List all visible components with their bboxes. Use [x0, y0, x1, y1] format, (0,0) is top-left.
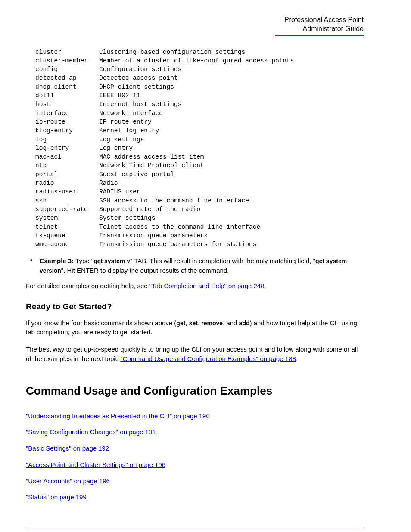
header-rule [275, 35, 364, 36]
ready-paragraph-1: If you know the four basic commands show… [26, 318, 364, 337]
detail-help-line: For detailed examples on getting help, s… [26, 281, 364, 291]
topic-link[interactable]: "Understanding Interfaces as Presented i… [26, 412, 210, 420]
topic-link[interactable]: "Access Point and Cluster Settings" on p… [26, 461, 165, 468]
header-title-line1: Professional Access Point [26, 16, 364, 25]
header-title-line2: Administrator Guide [26, 25, 364, 34]
command-usage-heading: Command Usage and Configuration Examples [26, 384, 364, 398]
example-3-text: Example 3: Type "get system v" TAB. This… [40, 256, 364, 275]
footer-rule [26, 528, 364, 528]
topic-link[interactable]: "Basic Settings" on page 192 [26, 445, 109, 452]
example-3-label: Example 3: [40, 257, 74, 264]
topic-link-list: "Understanding Interfaces as Presented i… [26, 411, 364, 502]
page-header: Professional Access Point Administrator … [26, 16, 364, 34]
topic-link[interactable]: "Status" on page 199 [26, 493, 87, 501]
tab-completion-help-link[interactable]: "Tab Completion and Help" on page 248 [149, 282, 265, 289]
example-3-bullet: • Example 3: Type "get system v" TAB. Th… [30, 256, 364, 275]
cli-class-table: cluster Clustering-based configuration s… [35, 48, 364, 249]
ready-to-get-started-heading: Ready to Get Started? [26, 302, 364, 311]
topic-link[interactable]: "User Accounts" on page 196 [26, 477, 110, 485]
example-3-cmd1: get system v [93, 258, 130, 264]
command-usage-link-inline[interactable]: "Command Usage and Configuration Example… [120, 355, 296, 362]
ready-paragraph-2: The best way to get up-to-speed quickly … [26, 345, 364, 364]
topic-link[interactable]: "Saving Configuration Changes" on page 1… [26, 428, 156, 436]
page-footer: Class Structure, Commands, and Examples … [26, 528, 385, 532]
bullet-dot: • [30, 256, 40, 275]
